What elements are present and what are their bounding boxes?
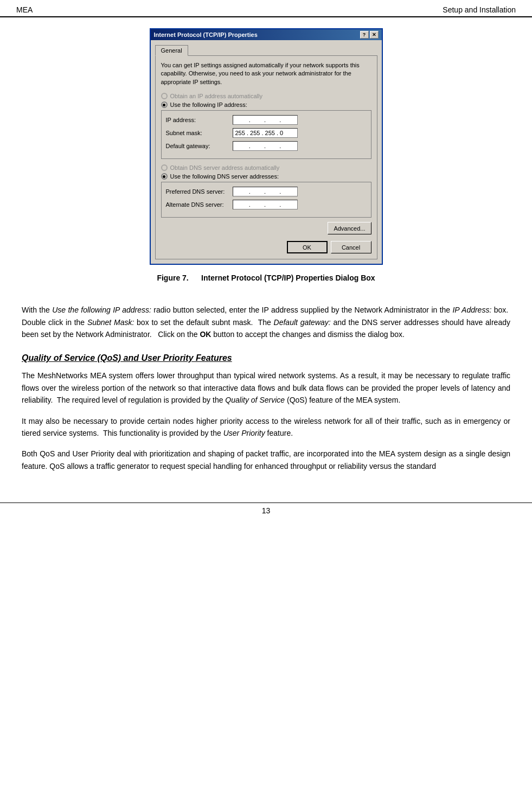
header-right: Setup and Installation <box>443 5 516 14</box>
page-header: MEA Setup and Installation <box>0 0 532 17</box>
radio-auto-dns-circle <box>161 164 168 171</box>
tab-content: You can get IP settings assigned automat… <box>155 55 377 259</box>
gateway-field-row: Default gateway: . . . <box>166 141 367 151</box>
dialog-title: Internet Protocol (TCP/IP) Properties <box>154 31 258 38</box>
page-number: 13 <box>262 506 271 515</box>
body-paragraph-3: It may also be necessary to provide cert… <box>22 415 510 440</box>
preferred-dns-label: Preferred DNS server: <box>166 188 228 195</box>
header-left: MEA <box>16 5 33 14</box>
figure-caption-text: Internet Protocol (TCP/IP) Properties Di… <box>201 274 375 282</box>
alternate-dns-label: Alternate DNS server: <box>166 201 228 208</box>
titlebar-buttons: ? ✕ <box>360 31 379 39</box>
page-content: Internet Protocol (TCP/IP) Properties ? … <box>0 23 532 492</box>
advanced-btn-row: Advanced... <box>161 222 371 234</box>
close-button[interactable]: ✕ <box>370 31 379 39</box>
ip-group-box: IP address: . . . <box>161 110 371 159</box>
radio-auto-dns[interactable]: Obtain DNS server address automatically <box>161 164 371 171</box>
figure-label: Figure 7. <box>157 274 188 282</box>
figure-container: Internet Protocol (TCP/IP) Properties ? … <box>22 28 510 293</box>
body-paragraph-4: Both QoS and User Priority deal with pri… <box>22 448 510 472</box>
cancel-button[interactable]: Cancel <box>331 241 371 253</box>
radio-use-ip-circle <box>161 101 168 108</box>
subnet-label: Subnet mask: <box>166 130 228 136</box>
ok-button[interactable]: OK <box>287 241 328 253</box>
section-heading-qos: Quality of Service (QoS) and User Priori… <box>22 353 510 363</box>
preferred-dns-row: Preferred DNS server: . . . <box>166 187 367 196</box>
dialog-body: General You can get IP settings assigned… <box>151 40 382 264</box>
preferred-dns-input[interactable]: . . . <box>233 187 298 196</box>
radio-use-dns-circle <box>161 173 168 180</box>
body-paragraph-2: The MeshNetworks MEA system offers lower… <box>22 370 510 406</box>
help-button[interactable]: ? <box>360 31 369 39</box>
radio-use-dns[interactable]: Use the following DNS server addresses: <box>161 173 371 180</box>
subnet-input[interactable]: 255 . 255 . 255 . 0 <box>233 128 298 138</box>
body-paragraph-1: With the Use the following IP address: r… <box>22 304 510 340</box>
dialog-titlebar: Internet Protocol (TCP/IP) Properties ? … <box>151 29 382 40</box>
tab-bar: General <box>155 44 377 55</box>
tcp-ip-dialog: Internet Protocol (TCP/IP) Properties ? … <box>150 28 383 265</box>
dns-group-box: Preferred DNS server: . . . <box>161 182 371 218</box>
figure-caption: Figure 7. Internet Protocol (TCP/IP) Pro… <box>157 274 375 282</box>
tab-general[interactable]: General <box>155 45 188 56</box>
radio-auto-ip-circle <box>161 93 168 99</box>
ip-input[interactable]: . . . <box>233 115 298 125</box>
alternate-dns-row: Alternate DNS server: . . . <box>166 200 367 209</box>
ip-label: IP address: <box>166 117 228 123</box>
subnet-field-row: Subnet mask: 255 . 255 . 255 . 0 <box>166 128 367 138</box>
ip-field-row: IP address: . . . <box>166 115 367 125</box>
gateway-input[interactable]: . . . <box>233 141 298 151</box>
radio-use-ip[interactable]: Use the following IP address: <box>161 101 371 108</box>
info-text: You can get IP settings assigned automat… <box>161 61 371 86</box>
alternate-dns-input[interactable]: . . . <box>233 200 298 209</box>
radio-auto-ip[interactable]: Obtain an IP address automatically <box>161 93 371 99</box>
dialog-button-row: OK Cancel <box>161 239 371 253</box>
advanced-button[interactable]: Advanced... <box>328 222 371 234</box>
dns-group: Obtain DNS server address automatically … <box>161 164 371 218</box>
gateway-label: Default gateway: <box>166 143 228 149</box>
